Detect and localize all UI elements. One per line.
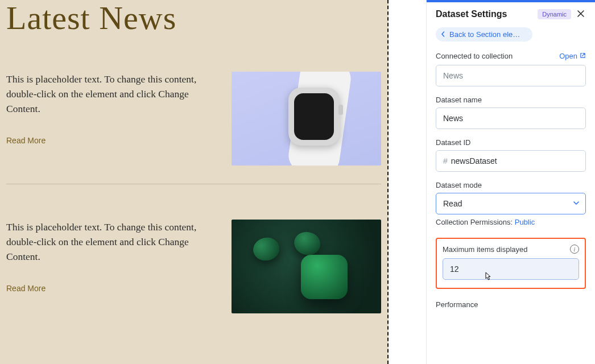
external-link-icon [580, 52, 586, 60]
max-items-label: Maximum items displayed [443, 245, 528, 254]
list-item[interactable]: This is placeholder text. To change this… [6, 184, 381, 332]
panel-header: Dataset Settings Dynamic [427, 2, 595, 27]
dataset-mode-field: Dataset mode Read Collection Permissions… [436, 181, 586, 226]
max-items-highlight: Maximum items displayed i [436, 238, 586, 289]
max-items-input[interactable] [443, 258, 579, 280]
panel-title: Dataset Settings [436, 9, 533, 19]
close-icon [577, 9, 584, 19]
read-more-link[interactable]: Read More [6, 136, 46, 145]
news-text-block: This is placeholder text. To change this… [6, 220, 209, 293]
canvas-gap [389, 0, 426, 364]
collection-input[interactable]: News [436, 65, 586, 86]
dataset-name-value: News [443, 114, 463, 123]
dataset-id-input[interactable]: # newsDataset [436, 150, 586, 172]
dataset-settings-panel: Dataset Settings Dynamic Back to Section… [426, 0, 595, 364]
list-item[interactable]: This is placeholder text. To change this… [6, 36, 381, 184]
hash-prefix: # [443, 156, 448, 166]
collection-permissions: Collection Permissions: Public [436, 218, 586, 226]
permissions-link[interactable]: Public [515, 218, 535, 226]
close-button[interactable] [576, 9, 586, 19]
news-image[interactable] [232, 72, 381, 166]
news-image[interactable] [232, 220, 381, 313]
back-label: Back to Section elem… [449, 30, 526, 39]
dataset-mode-value: Read [443, 199, 462, 208]
dataset-id-value: newsDataset [451, 156, 497, 166]
dataset-name-field: Dataset name News [436, 96, 586, 129]
dataset-name-label: Dataset name [436, 96, 586, 104]
dataset-id-label: Dataset ID [436, 138, 586, 147]
page-title[interactable]: Latest News [6, 0, 381, 36]
back-button[interactable]: Back to Section elem… [436, 27, 532, 42]
permissions-label: Collection Permissions: [436, 218, 515, 226]
performance-section-label: Performance [427, 300, 595, 309]
info-icon[interactable]: i [570, 245, 579, 254]
read-more-link[interactable]: Read More [6, 284, 46, 293]
news-description[interactable]: This is placeholder text. To change this… [6, 220, 200, 264]
chevron-down-icon [573, 199, 580, 208]
connected-collection-field: Connected to collection Open News [436, 52, 586, 86]
collection-input-value: News [443, 71, 463, 80]
dynamic-badge[interactable]: Dynamic [538, 9, 571, 19]
chevron-left-icon [440, 30, 446, 39]
dataset-name-input[interactable]: News [436, 107, 586, 129]
connected-collection-label: Connected to collection [436, 52, 513, 60]
dataset-mode-label: Dataset mode [436, 181, 586, 189]
dataset-mode-select[interactable]: Read [436, 193, 586, 214]
news-description[interactable]: This is placeholder text. To change this… [6, 72, 200, 117]
news-text-block: This is placeholder text. To change this… [6, 72, 209, 146]
dataset-id-field: Dataset ID # newsDataset [436, 138, 586, 172]
open-label: Open [559, 52, 577, 60]
editor-canvas: Latest News This is placeholder text. To… [0, 0, 389, 364]
open-collection-link[interactable]: Open [559, 52, 586, 60]
